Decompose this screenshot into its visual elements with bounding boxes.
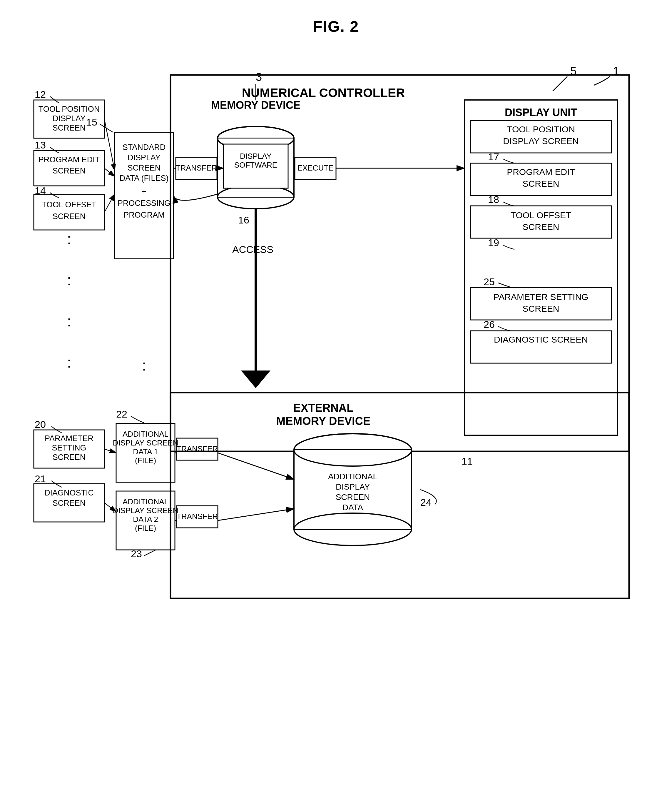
svg-text:SCREEN: SCREEN [522, 222, 559, 232]
svg-text:SCREEN: SCREEN [53, 499, 86, 508]
transfer1-label: TRANSFER [176, 164, 217, 172]
std-display-label: STANDARD [122, 143, 166, 152]
svg-marker-29 [241, 370, 270, 388]
dots-5: : [142, 357, 146, 374]
dots-3: : [67, 313, 71, 330]
svg-text:SCREEN: SCREEN [53, 212, 86, 221]
nc-tool-pos-label: TOOL POSITION [507, 124, 575, 134]
add-data2-label: ADDITIONAL [122, 497, 169, 506]
svg-text:DATA (FILES): DATA (FILES) [119, 174, 169, 183]
svg-text:DISPLAY: DISPLAY [53, 114, 85, 123]
svg-text:PROCESSING: PROCESSING [117, 199, 170, 207]
access-label: ACCESS [232, 244, 273, 255]
svg-text:SCREEN: SCREEN [522, 304, 559, 314]
svg-text:(FILE): (FILE) [135, 456, 156, 465]
svg-text:SETTING: SETTING [52, 444, 86, 452]
ref-20: 20 [35, 419, 46, 430]
svg-line-71 [218, 453, 294, 479]
nc-tool-offset-label: TOOL OFFSET [511, 210, 571, 220]
display-unit-label: DISPLAY UNIT [505, 106, 577, 119]
ref-24: 24 [420, 497, 432, 508]
memory-device-label: MEMORY DEVICE [211, 99, 301, 111]
svg-text:SCREEN: SCREEN [522, 179, 559, 188]
svg-text:DISPLAY SCREEN: DISPLAY SCREEN [113, 438, 178, 447]
svg-text:DISPLAY SCREEN: DISPLAY SCREEN [113, 506, 178, 515]
tool-pos-12-label: TOOL POSITION [39, 105, 100, 114]
ref-15: 15 [86, 116, 97, 128]
diagram-container: NUMERICAL CONTROLLER 1 5 DISPLAY UNIT TO… [0, 29, 672, 801]
svg-text:SOFTWARE: SOFTWARE [234, 161, 277, 169]
ref-13: 13 [35, 139, 46, 151]
ref-21: 21 [35, 473, 46, 484]
execute-label: EXECUTE [297, 164, 334, 172]
param-20-label: PARAMETER [45, 434, 93, 443]
svg-line-45 [104, 119, 115, 170]
ref-23: 23 [131, 548, 142, 559]
svg-text:SCREEN: SCREEN [53, 453, 86, 462]
ext-mem-label: EXTERNAL [293, 402, 354, 414]
transfer2-label: TRANSFER [177, 444, 218, 453]
svg-text:DATA 2: DATA 2 [133, 515, 158, 524]
dots-2: : [67, 272, 71, 288]
svg-text:MEMORY DEVICE: MEMORY DEVICE [277, 415, 371, 427]
ref-5: 5 [570, 65, 576, 77]
nc-prog-edit-label: PROGRAM EDIT [507, 167, 575, 177]
svg-text:(FILE): (FILE) [135, 524, 156, 532]
ref-1: 1 [613, 65, 619, 77]
svg-text:DISPLAY SCREEN: DISPLAY SCREEN [503, 136, 579, 146]
diag-21-label: DIAGNOSTIC [44, 489, 94, 497]
svg-line-47 [104, 194, 115, 212]
svg-rect-4 [465, 100, 617, 435]
add-disp-screen-label: ADDITIONAL [328, 472, 378, 481]
svg-text:SCREEN: SCREEN [128, 164, 161, 172]
prog-edit-13-label: PROGRAM EDIT [39, 155, 100, 164]
svg-line-46 [104, 168, 115, 177]
svg-text:SCREEN: SCREEN [336, 492, 370, 502]
ref-12: 12 [35, 89, 46, 100]
dots-4: : [67, 354, 71, 371]
display-software-label: DISPLAY [240, 152, 272, 161]
ref-16: 16 [238, 214, 249, 225]
nc-diag-label: DIAGNOSTIC SCREEN [494, 335, 588, 344]
svg-text:DISPLAY: DISPLAY [128, 153, 161, 162]
nc-param-label: PARAMETER SETTING [494, 292, 588, 302]
ref-3: 3 [256, 71, 262, 83]
svg-text:+: + [142, 187, 146, 196]
ref-11: 11 [461, 455, 473, 466]
tool-offset-14-label: TOOL OFFSET [42, 200, 96, 209]
ref-25: 25 [484, 276, 495, 287]
svg-text:SCREEN: SCREEN [53, 124, 86, 132]
svg-text:PROGRAM: PROGRAM [124, 211, 165, 219]
add-data1-label: ADDITIONAL [122, 429, 169, 438]
ref-18: 18 [488, 194, 499, 205]
ref-22: 22 [116, 409, 127, 420]
svg-line-79 [104, 449, 116, 453]
transfer3-label: TRANSFER [177, 512, 218, 521]
ref-17: 17 [488, 151, 499, 162]
dots-1: : [67, 231, 71, 247]
nc-label: NUMERICAL CONTROLLER [242, 86, 405, 100]
ref-19: 19 [488, 237, 499, 248]
svg-text:SCREEN: SCREEN [53, 166, 86, 175]
svg-text:DISPLAY: DISPLAY [336, 482, 370, 491]
svg-line-78 [218, 509, 294, 521]
ref-26: 26 [484, 319, 495, 330]
svg-text:DATA 1: DATA 1 [133, 447, 158, 456]
svg-text:DATA: DATA [342, 503, 363, 512]
